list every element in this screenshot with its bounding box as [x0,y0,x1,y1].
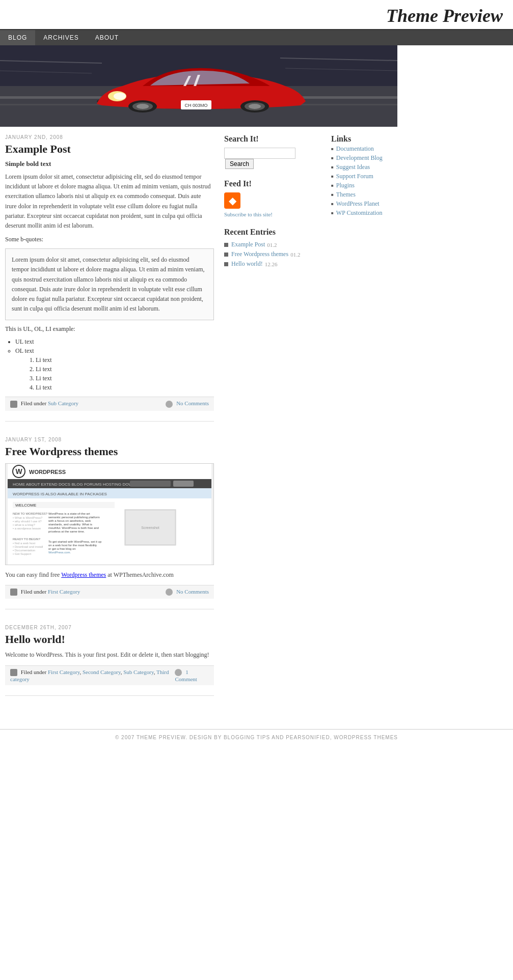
rss-logo: ◆ [224,192,240,209]
recent-entry-2: Free Wordpress themes 01.2 [224,250,323,258]
svg-text:To get started with WordPress,: To get started with WordPress, set it up [48,540,102,543]
svg-text:or get a free blog on: or get a free blog on [48,547,76,550]
post-3-title: Hello world! [5,633,214,646]
post-1-filed: Filed under Sub Category [10,400,78,407]
post-2-date: January 1st, 2008 [5,437,214,442]
svg-text:WELCOME: WELCOME [15,503,36,508]
wp-screenshot: W WORDPRESS HOME ABOUT EXTEND DOCS BLOG … [5,463,214,565]
search-button[interactable]: Search [225,159,254,169]
link-item-themes: Themes [331,191,397,199]
link-support-forum[interactable]: Support Forum [336,173,373,180]
post-3: December 26th, 2007 Hello world! Welcome… [5,625,214,696]
link-documentation[interactable]: Documentation [336,145,374,153]
comment-icon-3 [175,669,182,676]
post-1: January 2nd, 2008 Example Post Simple bo… [5,134,214,422]
post-3-footer: Filed under First Category, Second Categ… [5,665,214,685]
svg-text:standards, and usability. What: standards, and usability. What is [48,523,92,526]
link-suggest-ideas[interactable]: Suggest Ideas [336,163,370,171]
link-item-documentation: Documentation [331,145,397,153]
links-list: Documentation Development Blog Suggest I… [331,145,397,217]
links-widget: Links Documentation Development Blog Sug… [331,134,397,217]
post-1-ul: UL text OL text Li text Li text Li text … [15,338,214,391]
link-plugins[interactable]: Plugins [336,182,355,189]
post-3-cat-1[interactable]: First Category [48,669,80,675]
wp-screenshot-svg: W WORDPRESS HOME ABOUT EXTEND DOCS BLOG … [6,464,213,565]
filed-label-3: Filed under [21,669,48,675]
recent-entry-3-num: 12.26 [265,261,278,267]
post-2-footer: Filed under First Category No Comments [5,585,214,599]
link-themes[interactable]: Themes [336,191,356,199]
feed-widget: Feed It! ◆ Subscribe to this site! [224,179,323,217]
page-title: Theme Preview [10,5,503,26]
main-content: January 2nd, 2008 Example Post Simple bo… [5,134,224,711]
li-item-1: Li text [36,356,214,364]
post-1-ol: Li text Li text Li text Li text [36,356,214,391]
svg-text:• find a web host: • find a web host [13,542,35,545]
svg-text:WORDPRESS: WORDPRESS [29,469,66,475]
recent-entry-2-num: 01.2 [290,251,300,258]
nav-about[interactable]: ABOUT [87,30,127,45]
recent-entry-1-link[interactable]: Example Post [231,241,265,248]
bullet-2 [224,253,228,257]
post-1-ul-label: This is UL, OL, LI example: [5,325,214,333]
nav-archives[interactable]: ARCHIVES [35,30,87,45]
feed-title: Feed It! [224,179,323,188]
link-wp-customization[interactable]: WP Customization [336,209,383,217]
recent-entry-1-num: 01.2 [267,242,277,248]
filed-label-2: Filed under [21,589,48,595]
post-2-body-prefix: You can easy find free [5,571,61,578]
svg-point-16 [249,104,261,109]
nav-blog[interactable]: BLOG [0,30,35,45]
svg-text:on a web host for the most fle: on a web host for the most flexibility [48,544,97,547]
ol-item-wrapper: OL text Li text Li text Li text Li text [15,347,214,391]
post-1-footer: Filed under Sub Category No Comments [5,397,214,410]
links-title: Links [331,134,397,144]
search-widget: Search It! Search [224,134,323,169]
link-item-forum: Support Forum [331,173,397,180]
sidebar-left: Search It! Search Feed It! ◆ Subscribe t… [224,134,323,711]
link-wp-planet[interactable]: WordPress Planet [336,200,380,208]
svg-text:mouthful. WordPress is both fr: mouthful. WordPress is both free and [48,526,99,529]
hero-image: CH 003MO [0,45,397,127]
post-3-cat-3[interactable]: Sub Category [123,669,153,675]
svg-text:CH 003MO: CH 003MO [184,103,207,108]
post-3-date: December 26th, 2007 [5,625,214,630]
ol-item: OL text Li text Li text Li text Li text [15,347,214,391]
svg-text:WORDPRESS IS ALSO AVAILABLE IN: WORDPRESS IS ALSO AVAILABLE IN PACKAGES [13,492,107,496]
svg-rect-30 [8,498,211,565]
svg-text:priceless at the same time.: priceless at the same time. [48,530,85,533]
post-2-body-suffix: at WPThemesArchive.com [106,571,174,578]
svg-text:• What is WordPress?: • What is WordPress? [13,516,43,519]
filed-label: Filed under [21,400,48,406]
svg-text:WordPress is a state-of-the-ar: WordPress is a state-of-the-art [48,512,90,515]
feed-subscribe-link[interactable]: Subscribe to this site! [224,211,323,217]
svg-text:HOME  ABOUT  EXTEND  DOCS  BLO: HOME ABOUT EXTEND DOCS BLOG FORUMS HOSTI… [13,482,147,487]
sidebar-right: Links Documentation Development Blog Sug… [331,134,397,711]
svg-text:• Documentation: • Documentation [13,549,35,552]
link-dev-blog[interactable]: Development Blog [336,154,383,162]
search-input[interactable] [224,148,295,159]
post-2-category[interactable]: First Category [48,589,80,595]
svg-text:READY TO BEGIN?: READY TO BEGIN? [13,538,41,541]
link-item-plugins: Plugins [331,182,397,189]
recent-entry-3-link[interactable]: Hello world! [231,260,263,268]
svg-text:• why should I use it?: • why should I use it? [13,520,42,523]
li-item-4: Li text [36,384,214,391]
svg-text:W: W [15,467,22,475]
footer-text: © 2007 Theme Preview. Design by Blogging… [115,735,398,740]
post-1-comments-link[interactable]: No Comments [176,400,209,406]
bullet-3 [224,262,228,266]
post-2-comments-link[interactable]: No Comments [176,589,209,595]
svg-text:NEW TO WORDPRESS?: NEW TO WORDPRESS? [13,512,48,515]
folder-icon [10,401,17,408]
post-2-body-link[interactable]: Wordpress themes [61,571,106,578]
post-3-filed: Filed under First Category, Second Categ… [10,669,175,682]
post-1-blockquote: Lorem ipsum dolor sit amet, consectetur … [5,248,214,320]
post-1-category[interactable]: Sub Category [48,400,78,406]
search-form: Search [224,148,323,169]
recent-entries-title: Recent Entries [224,228,323,237]
post-3-cat-2[interactable]: Second Category [83,669,121,675]
recent-entry-2-link[interactable]: Free Wordpress themes [231,250,288,258]
svg-text:• Download and install: • Download and install [13,545,43,548]
li-item-2: Li text [36,366,214,373]
